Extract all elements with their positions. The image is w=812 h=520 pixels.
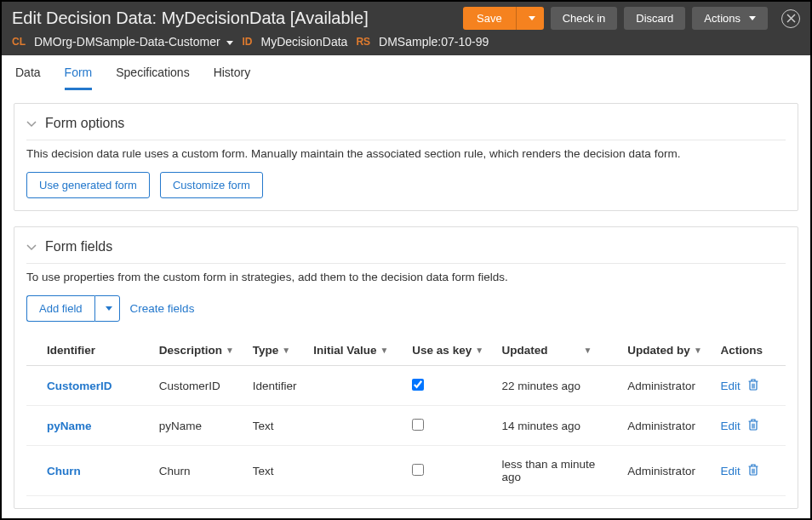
trash-icon[interactable] xyxy=(747,418,759,433)
identifier-link[interactable]: pyName xyxy=(26,406,152,446)
id-value: MyDecisionData xyxy=(260,35,347,49)
filter-icon[interactable]: ▼ xyxy=(584,346,592,355)
use-as-key-cell xyxy=(405,406,495,446)
title-name: MyDecisionData xyxy=(162,9,286,27)
form-options-panel: Form options This decision data rule use… xyxy=(14,103,798,211)
use-as-key-cell xyxy=(405,366,495,406)
filter-icon[interactable]: ▼ xyxy=(475,346,483,355)
filter-icon[interactable]: ▼ xyxy=(282,346,290,355)
updated-by-cell: Administrator xyxy=(620,406,713,446)
col-updated[interactable]: Updated▼ xyxy=(495,335,621,366)
col-use-as-key[interactable]: Use as key▼ xyxy=(405,335,495,366)
cl-value[interactable]: DMOrg-DMSample-Data-Customer xyxy=(34,35,233,49)
tab-form[interactable]: Form xyxy=(65,66,93,90)
actions-cell: Edit xyxy=(714,366,786,406)
type-cell: Identifier xyxy=(246,366,307,406)
edit-link[interactable]: Edit xyxy=(721,465,741,477)
tab-data[interactable]: Data xyxy=(15,66,41,90)
form-fields-panel: Form fields To use properties from the c… xyxy=(14,226,798,509)
header-bar: Edit Decision Data: MyDecisionData [Avai… xyxy=(2,2,810,55)
identifier-link[interactable]: Churn xyxy=(26,446,152,496)
id-label: ID xyxy=(242,36,252,48)
form-options-title: Form options xyxy=(45,116,124,131)
chevron-down-icon xyxy=(749,16,756,20)
close-button[interactable] xyxy=(781,9,800,28)
use-as-key-cell xyxy=(405,446,495,496)
save-dropdown[interactable] xyxy=(517,7,544,30)
checkin-button[interactable]: Check in xyxy=(551,7,618,30)
initial-value-cell xyxy=(306,406,405,446)
header-meta: CL DMOrg-DMSample-Data-Customer ID MyDec… xyxy=(2,33,810,55)
rs-label: RS xyxy=(356,36,370,48)
initial-value-cell xyxy=(306,366,405,406)
col-initial-value[interactable]: Initial Value▼ xyxy=(306,335,405,366)
tab-history[interactable]: History xyxy=(214,66,251,90)
form-fields-description: To use properties from the custom form i… xyxy=(26,263,786,295)
chevron-down-icon xyxy=(529,16,535,20)
table-header-row: Identifier Description▼ Type▼ Initial Va… xyxy=(26,335,786,366)
form-fields-header[interactable]: Form fields xyxy=(26,239,786,254)
use-as-key-checkbox[interactable] xyxy=(412,419,424,431)
initial-value-cell xyxy=(306,446,405,496)
updated-cell: less than a minute ago xyxy=(495,446,621,496)
save-button[interactable]: Save xyxy=(463,7,544,30)
updated-by-cell: Administrator xyxy=(620,366,713,406)
use-as-key-checkbox[interactable] xyxy=(412,379,424,391)
add-field-button[interactable]: Add field xyxy=(26,295,94,322)
actions-button[interactable]: Actions xyxy=(692,7,768,30)
type-cell: Text xyxy=(246,446,307,496)
use-generated-form-button[interactable]: Use generated form xyxy=(26,172,150,198)
col-updated-by[interactable]: Updated by▼ xyxy=(620,335,713,366)
edit-link[interactable]: Edit xyxy=(721,380,741,392)
tab-specifications[interactable]: Specifications xyxy=(116,66,189,90)
cl-label: CL xyxy=(12,36,26,48)
trash-icon[interactable] xyxy=(747,463,759,478)
create-fields-link[interactable]: Create fields xyxy=(130,302,195,315)
description-cell: CustomerID xyxy=(152,366,246,406)
content-area: Form options This decision data rule use… xyxy=(2,91,810,520)
edit-link[interactable]: Edit xyxy=(721,420,741,432)
type-cell: Text xyxy=(246,406,307,446)
rs-value: DMSample:07-10-99 xyxy=(379,35,489,49)
filter-icon[interactable]: ▼ xyxy=(380,346,389,355)
identifier-link[interactable]: CustomerID xyxy=(26,366,152,406)
actions-cell: Edit xyxy=(714,446,786,496)
title-prefix: Edit Decision Data: xyxy=(12,9,162,27)
updated-cell: 22 minutes ago xyxy=(495,366,621,406)
title-status: [Available] xyxy=(285,9,368,27)
chevron-down-icon xyxy=(106,306,112,311)
filter-icon[interactable]: ▼ xyxy=(694,346,702,355)
col-description[interactable]: Description▼ xyxy=(152,335,246,366)
description-cell: pyName xyxy=(152,406,246,446)
chevron-down-icon xyxy=(26,241,37,254)
col-identifier[interactable]: Identifier xyxy=(26,335,152,366)
page-title: Edit Decision Data: MyDecisionData [Avai… xyxy=(12,9,463,28)
discard-button[interactable]: Discard xyxy=(624,7,685,30)
table-row: ChurnChurnTextless than a minute agoAdmi… xyxy=(26,446,786,496)
updated-by-cell: Administrator xyxy=(620,446,713,496)
description-cell: Churn xyxy=(152,446,246,496)
customize-form-button[interactable]: Customize form xyxy=(160,172,263,198)
table-row: CustomerIDCustomerIDIdentifier22 minutes… xyxy=(26,366,786,406)
table-row: pyNamepyNameText14 minutes agoAdministra… xyxy=(26,406,786,446)
col-type[interactable]: Type▼ xyxy=(246,335,307,366)
tab-bar: Data Form Specifications History xyxy=(2,55,810,91)
use-as-key-checkbox[interactable] xyxy=(412,464,424,476)
form-fields-table: Identifier Description▼ Type▼ Initial Va… xyxy=(26,335,786,496)
form-options-description: This decision data rule uses a custom fo… xyxy=(26,140,786,172)
chevron-down-icon xyxy=(26,117,37,130)
chevron-down-icon xyxy=(226,41,233,45)
save-label: Save xyxy=(463,7,517,30)
col-actions: Actions xyxy=(714,335,786,366)
updated-cell: 14 minutes ago xyxy=(495,406,621,446)
actions-cell: Edit xyxy=(714,406,786,446)
filter-icon[interactable]: ▼ xyxy=(226,346,234,355)
add-field-dropdown[interactable] xyxy=(94,295,120,322)
close-icon xyxy=(786,14,796,23)
actions-label: Actions xyxy=(704,12,741,25)
form-options-header[interactable]: Form options xyxy=(26,116,786,131)
trash-icon[interactable] xyxy=(747,378,759,393)
header-actions: Save Check in Discard Actions xyxy=(463,7,800,30)
form-fields-title: Form fields xyxy=(45,239,112,254)
